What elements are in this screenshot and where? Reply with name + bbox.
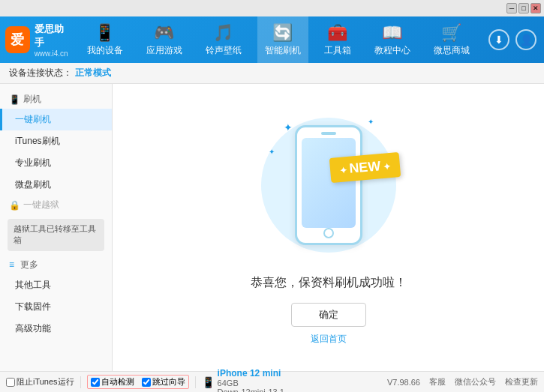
logo-icon: 爱 (5, 26, 30, 53)
title-bar: ─ □ ✕ (0, 0, 544, 16)
account-button[interactable]: 👤 (515, 29, 536, 50)
phone-speaker (321, 132, 336, 135)
itunes-status-text: 阻止iTunes运行 (17, 376, 74, 388)
my-device-label: 我的设备 (87, 44, 123, 57)
sidebar-item-other-tools[interactable]: 其他工具 (0, 274, 112, 296)
nav-toolbox[interactable]: 🧰 工具箱 (317, 16, 359, 63)
download-button[interactable]: ⬇ (488, 29, 509, 50)
sidebar-item-itunes-flash[interactable]: iTunes刷机 (0, 130, 112, 152)
flash-section-label: 刷机 (23, 93, 41, 106)
status-value: 正常模式 (75, 67, 111, 79)
sidebar-section-flash[interactable]: 📱 刷机 (0, 90, 112, 109)
itunes-status: 阻止iTunes运行 (6, 376, 74, 388)
toolbox-icon: 🧰 (327, 22, 348, 43)
nav-smart-flash[interactable]: 🔄 智能刷机 (257, 16, 308, 63)
micro-mall-label: 微思商城 (434, 44, 470, 57)
skip-wizard-checkbox-item: 跳过向导 (142, 376, 185, 388)
nav-my-device[interactable]: 📱 我的设备 (80, 16, 131, 63)
divider-1 (80, 376, 81, 388)
toolbox-label: 工具箱 (324, 44, 351, 57)
downgrade-flash-label: 微盘刷机 (15, 179, 51, 190)
apps-games-icon: 🎮 (154, 22, 175, 43)
status-label: 设备连接状态： (9, 67, 72, 79)
phone-screen (302, 138, 356, 228)
app-name: 爱思助手 (35, 22, 71, 49)
sparkle-3: ✦ (368, 118, 374, 126)
sidebar-section-jailbreak: 🔒 一键越狱 (0, 196, 112, 214)
itunes-checkbox[interactable] (6, 378, 15, 387)
device-info-area: 📱 iPhone 12 mini 64GB Down-12mini-13,1 (202, 368, 384, 393)
sidebar: 📱 刷机 一键刷机 iTunes刷机 专业刷机 微盘刷机 🔒 一键越狱 越狱工具… (0, 84, 113, 371)
back-link[interactable]: 返回首页 (311, 333, 347, 346)
itunes-flash-label: iTunes刷机 (15, 136, 60, 146)
header: 爱 爱思助手 www.i4.cn 📱 我的设备 🎮 应用游戏 🎵 铃声壁纸 🔄 … (0, 16, 544, 63)
checkbox-area: 自动检测 跳过向导 (87, 375, 189, 389)
more-section-label: 更多 (20, 259, 38, 271)
ringtones-icon: 🎵 (213, 22, 234, 43)
phone-body (295, 125, 362, 245)
nav-micro-mall[interactable]: 🛒 微思商城 (426, 16, 477, 63)
status-bar: 设备连接状态： 正常模式 (0, 63, 544, 84)
sidebar-item-downgrade-flash[interactable]: 微盘刷机 (0, 174, 112, 196)
micro-mall-icon: 🛒 (441, 22, 462, 43)
jailbreak-section-label: 一键越狱 (23, 199, 59, 211)
sidebar-section-more[interactable]: ≡ 更多 (0, 256, 112, 274)
tutorial-label: 教程中心 (374, 44, 410, 57)
tutorial-icon: 📖 (382, 22, 403, 43)
smart-flash-icon: 🔄 (272, 22, 293, 43)
lock-icon: 🔒 (9, 200, 20, 211)
auto-connect-checkbox-item: 自动检测 (91, 376, 134, 388)
maximize-button[interactable]: □ (518, 3, 529, 13)
one-click-flash-label: 一键刷机 (15, 114, 51, 124)
content-area: NEW ✦ ✦ ✦ 恭喜您，保资料刷机成功啦！ 确定 返回首页 (113, 84, 544, 371)
device-name: iPhone 12 mini (218, 368, 284, 379)
phone-home (323, 228, 334, 238)
version-text: V7.98.66 (387, 378, 420, 387)
bottom-right: V7.98.66 客服 微信公众号 检查更新 (387, 376, 538, 388)
header-actions: ⬇ 👤 (481, 29, 544, 50)
sidebar-item-download-firmware[interactable]: 下载固件 (0, 296, 112, 318)
nav-items: 📱 我的设备 🎮 应用游戏 🎵 铃声壁纸 🔄 智能刷机 🧰 工具箱 📖 教程中心… (75, 16, 481, 63)
smart-flash-label: 智能刷机 (265, 44, 301, 57)
app-url: www.i4.cn (35, 49, 71, 58)
main-layout: 📱 刷机 一键刷机 iTunes刷机 专业刷机 微盘刷机 🔒 一键越狱 越狱工具… (0, 84, 544, 371)
sidebar-item-advanced[interactable]: 高级功能 (0, 318, 112, 340)
sparkle-1: ✦ (284, 121, 293, 133)
success-illustration: NEW ✦ ✦ ✦ (254, 110, 404, 260)
nav-ringtones[interactable]: 🎵 铃声壁纸 (198, 16, 249, 63)
more-section-icon: ≡ (9, 259, 14, 270)
skip-wizard-checkbox[interactable] (142, 378, 151, 387)
advanced-label: 高级功能 (15, 323, 51, 334)
other-tools-label: 其他工具 (15, 280, 51, 290)
minimize-button[interactable]: ─ (506, 3, 517, 13)
success-text: 恭喜您，保资料刷机成功啦！ (251, 275, 407, 291)
sidebar-item-pro-flash[interactable]: 专业刷机 (0, 152, 112, 174)
check-update-link[interactable]: 检查更新 (505, 376, 538, 388)
sidebar-item-one-click-flash[interactable]: 一键刷机 (0, 109, 112, 130)
skip-wizard-label: 跳过向导 (152, 376, 185, 388)
device-icon: 📱 (202, 376, 215, 388)
logo-area: 爱 爱思助手 www.i4.cn (0, 22, 75, 58)
device-firmware: Down-12mini-13,1 (218, 388, 284, 393)
device-storage: 64GB (218, 379, 284, 388)
customer-service-link[interactable]: 客服 (429, 376, 446, 388)
pro-flash-label: 专业刷机 (15, 157, 51, 168)
my-device-icon: 📱 (95, 22, 116, 43)
sparkle-2: ✦ (269, 148, 275, 156)
wechat-public-link[interactable]: 微信公众号 (455, 376, 496, 388)
apps-games-label: 应用游戏 (146, 44, 182, 57)
divider-2 (195, 376, 196, 388)
bottom-bar: 阻止iTunes运行 自动检测 跳过向导 📱 iPhone 12 mini 64… (0, 371, 544, 392)
jailbreak-notice: 越狱工具已转移至工具箱 (8, 219, 104, 251)
confirm-button[interactable]: 确定 (291, 303, 366, 327)
jailbreak-notice-text: 越狱工具已转移至工具箱 (14, 224, 96, 244)
close-button[interactable]: ✕ (530, 3, 541, 13)
flash-section-icon: 📱 (9, 94, 20, 105)
auto-connect-label: 自动检测 (101, 376, 134, 388)
nav-apps-games[interactable]: 🎮 应用游戏 (139, 16, 190, 63)
download-firmware-label: 下载固件 (15, 301, 51, 312)
auto-connect-checkbox[interactable] (91, 378, 100, 387)
ringtones-label: 铃声壁纸 (206, 44, 242, 57)
nav-tutorial[interactable]: 📖 教程中心 (367, 16, 418, 63)
